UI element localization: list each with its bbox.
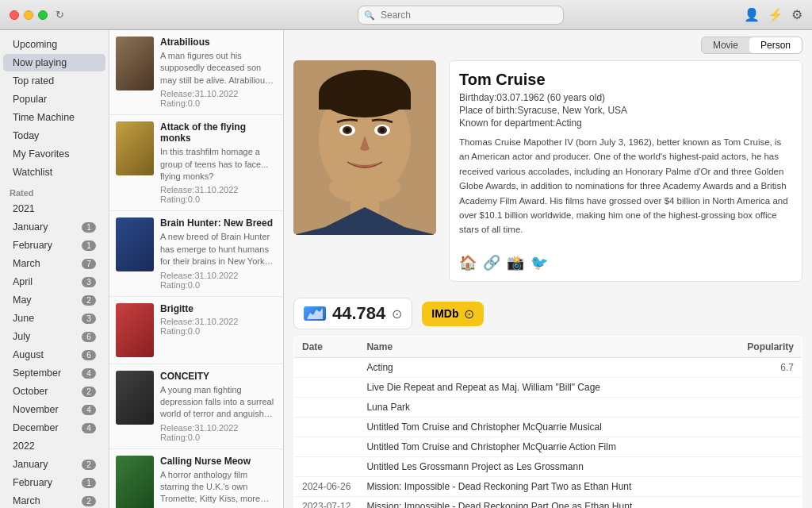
close-button[interactable]	[10, 10, 19, 20]
sidebar-item-badge: 6	[82, 350, 96, 360]
sidebar-item-label: Now playing	[13, 57, 67, 68]
person-photo	[293, 60, 436, 235]
movie-list-item[interactable]: BrigitteRelease:31.10.2022 Rating:0.0	[109, 297, 283, 364]
film-date	[294, 398, 359, 418]
sidebar-item-upcoming[interactable]: Upcoming	[3, 36, 105, 53]
movie-description: A new breed of Brain Hunter has emerge t…	[160, 231, 277, 267]
movie-title: Brain Hunter: New Breed	[160, 217, 277, 229]
film-popularity	[739, 457, 802, 477]
sidebar-item-december[interactable]: December4	[3, 419, 105, 437]
instagram-link[interactable]: 📸	[507, 254, 524, 271]
sidebar-item-august[interactable]: August6	[3, 346, 105, 364]
film-name: Untitled Tom Cruise and Christopher McQu…	[358, 418, 739, 437]
col-popularity: Popularity	[739, 337, 802, 358]
minimize-button[interactable]	[24, 10, 33, 20]
toggle-person[interactable]: Person	[749, 37, 802, 53]
movie-list-item[interactable]: Brain Hunter: New BreedA new breed of Br…	[109, 211, 283, 296]
sidebar-item-may[interactable]: May2	[3, 291, 105, 309]
movie-info: Attack of the flying monksIn this trashf…	[160, 121, 277, 204]
movie-list-item[interactable]: CONCEITYA young man fighting depression …	[109, 364, 283, 449]
film-name: Untitled Tom Cruise and Christopher McQu…	[358, 437, 739, 457]
sidebar-item-label: Top rated	[13, 75, 54, 87]
person-known: Acting	[555, 117, 581, 129]
movie-thumbnail-img	[116, 121, 154, 175]
sidebar-item-watchlist[interactable]: Watchlist	[3, 164, 105, 181]
filter-icon[interactable]: ⚡	[768, 7, 783, 22]
film-row[interactable]: 2024-06-26Mission: Impossible - Dead Rec…	[294, 477, 802, 497]
col-date: Date	[294, 337, 359, 358]
sidebar-item-top-rated[interactable]: Top rated	[3, 72, 105, 90]
sidebar-item-label: Upcoming	[13, 39, 57, 50]
search-input[interactable]	[358, 6, 564, 25]
person-name: Tom Cruise	[459, 71, 792, 89]
film-date	[294, 457, 359, 477]
movie-info: Brain Hunter: New BreedA new breed of Br…	[160, 217, 277, 289]
sidebar-item-september[interactable]: September4	[3, 364, 105, 382]
sidebar-item-january-22[interactable]: January2	[3, 456, 105, 473]
sidebar-item-2021[interactable]: 2021	[3, 200, 105, 217]
home-link[interactable]: 🏠	[459, 254, 477, 271]
sidebar-item-time-machine[interactable]: Time Machine	[3, 109, 105, 126]
twitter-link[interactable]: 🐦	[530, 254, 548, 271]
sidebar-item-label: September	[13, 368, 61, 379]
share-link[interactable]: 🔗	[483, 254, 500, 271]
sidebar-item-today[interactable]: Today	[3, 127, 105, 144]
movie-thumbnail	[116, 217, 154, 271]
settings-icon[interactable]: ⚙	[791, 7, 802, 22]
sidebar-item-label: 2021	[13, 203, 35, 214]
film-row[interactable]: Luna Park	[294, 398, 802, 418]
movie-description: A young man fighting depression falls in…	[160, 384, 277, 421]
sidebar-item-february[interactable]: February1	[3, 237, 105, 254]
sidebar-item-november[interactable]: November4	[3, 401, 105, 418]
film-row[interactable]: Untitled Tom Cruise and Christopher McQu…	[294, 418, 802, 437]
sidebar-item-badge: 2	[82, 496, 96, 506]
film-date	[294, 437, 359, 457]
sidebar-item-march-22[interactable]: March2	[3, 492, 105, 508]
film-date	[294, 358, 359, 378]
movie-list-item[interactable]: Calling Nurse MeowA horror anthology fil…	[109, 449, 283, 508]
sidebar-item-march[interactable]: March7	[3, 255, 105, 272]
film-row[interactable]: Untitled Les Grossmann Project as Les Gr…	[294, 457, 802, 477]
movie-list-item[interactable]: Attack of the flying monksIn this trashf…	[109, 115, 283, 211]
sidebar-item-badge: 2	[82, 295, 96, 306]
sidebar-item-badge: 2	[82, 460, 96, 470]
person-bio-1: Thomas Cruise Mapother IV (born July 3, …	[459, 137, 788, 234]
toggle-movie[interactable]: Movie	[702, 37, 749, 53]
sidebar-item-january[interactable]: January1	[3, 218, 105, 236]
sidebar-item-2022[interactable]: 2022	[3, 437, 105, 455]
refresh-button[interactable]: ↻	[56, 9, 64, 21]
movie-info: Calling Nurse MeowA horror anthology fil…	[160, 456, 277, 508]
film-popularity	[739, 477, 802, 497]
sidebar-item-june[interactable]: June3	[3, 310, 105, 327]
imdb-box[interactable]: IMDb ⊙	[422, 302, 483, 326]
user-icon[interactable]: 👤	[744, 7, 760, 22]
person-social-links: 🏠 🔗 📸 🐦	[459, 254, 792, 271]
person-detail: Tom Cruise Birthday:03.07.1962 (60 years…	[284, 60, 812, 291]
sidebar-item-label: October	[13, 386, 48, 397]
sidebar-item-october[interactable]: October2	[3, 383, 105, 400]
sidebar-item-february-22[interactable]: February1	[3, 474, 105, 491]
popularity-icon	[304, 306, 326, 321]
movie-thumbnail-img	[116, 456, 154, 508]
film-row[interactable]: Live Die Repeat and Repeat as Maj. Willi…	[294, 378, 802, 398]
sidebar-item-now-playing[interactable]: Now playing	[3, 54, 105, 71]
film-row[interactable]: Acting6.7	[294, 358, 802, 378]
film-name: Untitled Les Grossmann Project as Les Gr…	[358, 457, 739, 477]
movie-title: Atrabilious	[160, 37, 277, 48]
sidebar-item-popular[interactable]: Popular	[3, 90, 105, 108]
stats-bar: 44.784 ⊙ IMDb ⊙	[284, 291, 812, 336]
sidebar-item-my-favorites[interactable]: My Favorites	[3, 145, 105, 163]
film-name: Live Die Repeat and Repeat as Maj. Willi…	[358, 378, 739, 398]
sidebar-item-badge: 3	[82, 314, 96, 324]
movie-description: A man figures out his supposedly decease…	[160, 50, 277, 87]
sidebar-item-label: May	[13, 294, 32, 306]
view-toggle: Movie Person	[701, 37, 802, 54]
film-row[interactable]: 2023-07-12Mission: Impossible - Dead Rec…	[294, 497, 802, 509]
popularity-box: 44.784 ⊙	[293, 298, 412, 329]
film-row[interactable]: Untitled Tom Cruise and Christopher McQu…	[294, 437, 802, 457]
maximize-button[interactable]	[38, 10, 48, 20]
sidebar-item-april[interactable]: April3	[3, 273, 105, 291]
sidebar-item-july[interactable]: July6	[3, 328, 105, 345]
movie-list-item[interactable]: AtrabiliousA man figures out his suppose…	[109, 30, 283, 115]
sidebar-item-badge: 4	[82, 423, 96, 433]
